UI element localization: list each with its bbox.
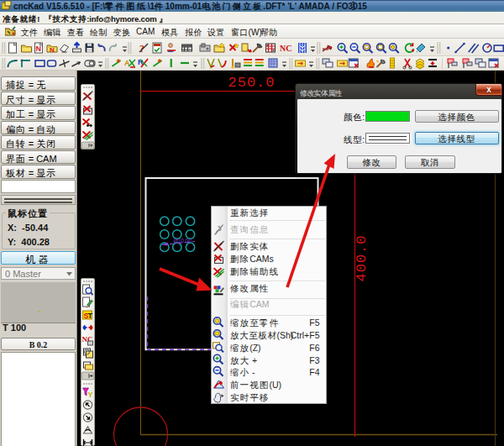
svg-text:Y: Y	[88, 391, 93, 399]
svg-text:NC: NC	[280, 44, 291, 53]
svg-text:T: T	[88, 312, 93, 320]
svg-text:N: N	[50, 46, 55, 54]
svg-text:Ø10.00: Ø10.00	[174, 238, 192, 244]
svg-text:250.0: 250.0	[228, 75, 275, 91]
svg-text:N: N	[36, 45, 42, 53]
svg-text:400.0: 400.0	[354, 234, 370, 281]
